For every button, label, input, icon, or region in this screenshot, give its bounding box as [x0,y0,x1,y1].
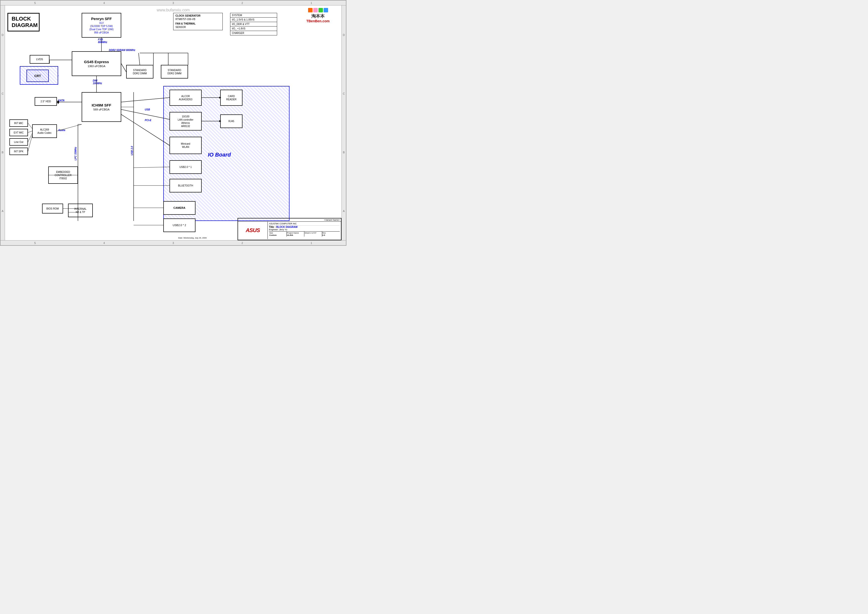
logo-area: 淘本本 TBenBen.com [296,7,340,24]
clock-gen-box: CLOCK GENERATOR RTM875T-336-VB FAN & THE… [173,13,223,30]
power-io18: I/O_ +1.8VS [230,26,277,31]
ddr2-dimm-2: STANDARDDDR2 DIMM [161,65,188,79]
embedded-label: EMBEDDEDCONTROLLERIT8502 [55,170,71,180]
alc269-label: ALC269Audio Codec [37,128,51,135]
logo-color-4 [324,8,328,12]
ddr2-dimm-1-label: STANDARDDDR2 DIMM [133,68,147,75]
gs45-box: GS45 Express 1363 uFCBGA [72,51,121,76]
int-mic-box: INT MIC [9,120,28,127]
fan-line2: SENSOR [175,25,220,29]
lan-label: 10/100LAN controllerAtherosAR8132 [178,115,193,128]
block-diagram-title: BLOCKDIAGRAM [8,13,40,31]
lan-box: 10/100LAN controllerAtherosAR8132 [169,112,202,131]
power-block: SYSTEM I/O_1.5VS & 1.05VS I/O_DDR & VTT … [230,13,277,36]
bluetooth-label: BLUETOOTH [178,184,193,187]
grid-bottom: 54321 [0,240,346,245]
svg-line-34 [28,131,32,132]
camera-box: CAMERA [163,201,195,215]
line-out-label: Line Out [14,140,23,144]
fan-line1: FAN & THERMAL [175,22,220,25]
logo-site: TBenBen.com [306,19,330,23]
alcor-box: ALCORAU6433D53 [169,90,202,106]
int-spk-label: INT SPK [14,150,23,153]
project-cell: Project NameUL20A [287,232,305,236]
svg-line-36 [28,135,32,151]
usb-label: USB [145,108,150,111]
ddr2-dimm-1: STANDARDDDR2 DIMM [126,65,153,79]
clock-line2: RTM875T-336-VB [175,17,220,21]
azalia-label: Azalia [58,129,65,132]
svg-line-15 [121,98,169,102]
embedded-box: EMBEDDEDCONTROLLERIT8502 [48,166,78,184]
sata-label: SATA [58,99,65,102]
power-io1: I/O_1.5VS & 1.05VS [230,17,277,22]
usb20-label: USB 2.0 [131,146,133,155]
penryn-label: Penryn SFF [89,16,113,21]
power-system: SYSTEM [230,13,277,17]
io-board-label: IO Board [208,152,231,158]
title-value: BLOCK DIAGRAM [276,225,298,229]
svg-marker-14 [57,102,59,104]
company-name: ASUSTeK COMPUTER INC [269,222,340,225]
hdd-label: 2.5" HDD [40,100,51,103]
usb2-1-box: USB2.0 * 1 [169,160,202,174]
usb2-2-box: USB2.0 * 2 [163,218,195,232]
asus-logo: ASUS [246,227,260,233]
gs45-sub: 1363 uFCBGA [84,64,109,68]
internal-kb-box: INTERNALKB & TP [68,204,93,217]
sheet-cell: Sheet 2 of 97 [304,232,322,236]
bios-rom-label: BIOS ROM [46,207,59,210]
card-reader-label: CARDREADER [226,95,237,101]
logo-color-1 [308,8,313,12]
svg-line-33 [28,123,32,129]
int-mic-label: INT MIC [14,121,23,125]
engineer-value: Jerry Yu [279,229,287,231]
asus-logo-cell: ASUS [238,222,268,239]
line-out-box: Line Out [9,138,28,146]
internal-kb-label: INTERNALKB & TP [74,207,86,214]
grid-right: DCBA [341,5,346,240]
lpc-label: LPC 33MHz [74,147,77,160]
power-io-ddr: I/O_DDR & VTT [230,22,277,26]
size-cell: SizeCustom [269,232,287,236]
int-spk-box: INT SPK [9,148,28,155]
rev-cell: Rev2.0 [322,232,340,236]
rj45-label: RJ45 [228,120,234,123]
block-title-text: BLOCKDIAGRAM [12,16,36,29]
alcor-label: ALCORAU6433D53 [179,95,192,101]
content-area: www.bufanxiu.com 淘本本 TBenBen.com BLOCKDI… [5,5,341,240]
fsb-label: FSB800MHz [98,38,107,44]
ich9m-sub: 569 uFCBGA [91,108,111,111]
rj45-box: RJ45 [220,114,242,128]
penryn-box: Penryn SFF ULV(SU3300 TDP 5.5W)(Dual Cor… [82,13,121,38]
svg-line-35 [28,134,32,142]
hdd-box: 2.5" HDD [35,97,57,106]
clock-line1: CLOCK GENERATOR [175,14,220,17]
ddr2-dimm-2-label: STANDARDDDR2 DIMM [167,68,181,75]
lvds-label: LVDS [36,58,43,61]
power-charger: CHARGER [230,31,277,35]
title-block: <Variant Name> ASUS ASUSTeK COMPUTER INC… [237,218,341,240]
minicard-label: MinicardWLAN [181,142,190,149]
camera-label: CAMERA [174,206,185,210]
card-reader-box: CARDREADER [220,90,242,106]
lvds-box: LVDS [30,55,50,64]
minicard-box: MinicardWLAN [169,137,202,154]
usb2-2-label: USB2.0 * 2 [173,224,186,227]
date-label: Date: Wednesday, July 29, 2009 [178,237,207,239]
crt-box: CRT [26,70,49,82]
svg-line-2 [139,53,140,65]
penryn-sub: ULV(SU3300 TDP 5.5W)(Dual Core TDP 10W)9… [89,21,113,34]
logo-brand: 淘本本 [311,13,325,19]
title-row: Title : BLOCK DIAGRAM [269,225,340,229]
info-grid: SizeCustom Project NameUL20A Sheet 2 of … [269,231,340,236]
svg-line-16 [121,109,169,120]
usb2-1-label: USB2.0 * 1 [180,165,192,169]
ext-mic-label: EXT MIC [14,131,23,134]
pcie-label: PCI-E [145,119,152,121]
crt-hatch: CRT [20,66,58,85]
gs45-label: GS45 Express [84,59,109,64]
logo-color-3 [318,8,323,12]
ich9m-box: ICH9M SFF 569 uFCBGA [82,92,121,122]
bios-rom-box: BIOS ROM [42,204,63,213]
